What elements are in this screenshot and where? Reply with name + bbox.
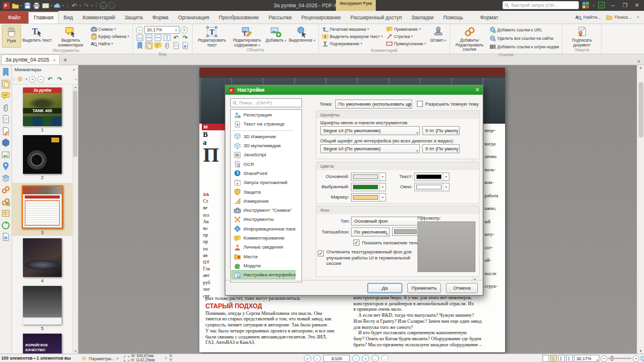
dark-theme-checkbox[interactable]	[417, 101, 423, 107]
tab-Защита[interactable]: Защита	[120, 11, 147, 24]
ribbon-button-Редактировать текст[interactable]: TРедактировать текст	[195, 25, 230, 47]
tab-Преобразование[interactable]: Преобразование	[214, 11, 263, 24]
single-page-layout-icon[interactable]	[543, 355, 549, 362]
pane-thumbnails-icon[interactable]	[145, 42, 153, 49]
ui-options-icon[interactable]	[582, 1, 590, 9]
ribbon-button-Выделить маркером текст[interactable]: TВыделить маркером текст▾	[322, 33, 383, 40]
ribbon-button-Добавить ссылки к штрих-кодам[interactable]: Добавить ссылки к штрих-кодам	[489, 43, 559, 50]
ribbon-button-Найти[interactable]: AНайти▾	[91, 40, 129, 47]
ribbon-button-Печатная машинка[interactable]: TПечатная машинка▾	[322, 25, 383, 33]
text-color-select[interactable]: ▾	[414, 173, 449, 181]
attachments-panel-icon[interactable]	[1, 103, 10, 112]
settings-category-Личные сведения[interactable]: Личные сведения	[231, 243, 295, 252]
mail-icon[interactable]	[42, 2, 50, 10]
fullscreen-icon[interactable]	[597, 1, 605, 9]
settings-category-SharePoint[interactable]: SSharePoint	[231, 169, 295, 178]
zoom-out-thumbnails-icon[interactable]: −	[37, 76, 44, 83]
ribbon-button-Добавить/Редактировать ссылки[interactable]: Добавить/Редактировать ссылки	[452, 25, 487, 52]
content-panel-icon[interactable]	[1, 150, 10, 159]
settings-category-Измерения[interactable]: Измерения	[231, 197, 295, 206]
page-thumbnail-2[interactable]: 2	[12, 135, 72, 180]
page-number-input[interactable]: 3/100	[323, 355, 350, 362]
collapse-panel-icon[interactable]: «	[75, 77, 77, 81]
ribbon-zoom-out-button[interactable]: −	[136, 27, 143, 34]
next-page-button[interactable]: ›	[352, 355, 359, 362]
close-panel-icon[interactable]: ×	[72, 67, 76, 72]
add-links-panel-icon[interactable]	[1, 197, 10, 206]
disk-icon[interactable]	[24, 2, 31, 10]
settings-category-Текст на странице[interactable]: TТекст на странице	[231, 119, 295, 129]
zoom-out-button[interactable]: −	[601, 355, 607, 362]
collapse-ribbon-icon[interactable]: ˄	[637, 15, 639, 19]
fit-actual-icon[interactable]: 1:1	[136, 34, 144, 42]
pane-comments-icon[interactable]	[154, 42, 162, 49]
ribbon-button-Стрелка[interactable]: Стрелка▾	[386, 33, 426, 40]
ribbon-button-Добавить[interactable]: Добавить ▾	[265, 25, 288, 47]
gear-icon[interactable]	[16, 75, 24, 83]
settings-category-Настройка интерфейса[interactable]: Настройка интерфейса	[231, 270, 295, 279]
ui-font-select[interactable]: Segoe UI (По умолчанию)▾	[320, 144, 420, 153]
two-page-layout-icon[interactable]	[558, 355, 565, 362]
links-panel-icon[interactable]	[1, 185, 10, 194]
settings-category-3D мультимедиа[interactable]: 3D мультимедиа	[231, 141, 295, 150]
ribbon-button-Снимок[interactable]: Снимок▾	[91, 25, 129, 33]
page-thumbnail-4[interactable]: 4	[12, 238, 72, 284]
ok-button[interactable]: Да	[367, 283, 402, 293]
ribbon-button-Выделить текст[interactable]: TВыделить текст	[21, 25, 53, 48]
tab-Расширенный доступ[interactable]: Расширенный доступ	[346, 11, 407, 24]
ribbon-button-Редактировать содержимое[interactable]: TРедактировать содержимое ▾	[230, 25, 265, 47]
document-tab[interactable]: За рулём_04-2025 ×	[1, 54, 60, 65]
form-panel-icon[interactable]	[1, 209, 10, 218]
fields-panel-icon[interactable]	[1, 115, 10, 124]
settings-category-Комментирование[interactable]: Комментирование	[231, 233, 295, 243]
rotate-cw-icon[interactable]: ↷	[181, 34, 189, 41]
thumbnails-panel-icon[interactable]	[1, 80, 10, 89]
zoom-slider-knob[interactable]	[611, 356, 613, 361]
last-page-button[interactable]: »	[362, 355, 369, 362]
bg-type-select[interactable]: Основный фон▾	[351, 217, 425, 226]
ui-font-size-select[interactable]: 9 пт (По умолч▾	[422, 144, 460, 153]
folder-icon[interactable]	[11, 2, 19, 10]
continuous-layout-icon[interactable]	[550, 355, 557, 362]
first-page-button[interactable]: «	[304, 355, 311, 362]
settings-category-Инструмент[interactable]: Инструмент "Снимок"	[231, 206, 295, 215]
parameters-button[interactable]: Параметры...▾	[81, 354, 118, 362]
apply-button[interactable]: Применить	[407, 283, 441, 293]
find-button[interactable]: AНайти...	[575, 14, 602, 21]
pdf-icon[interactable]: P	[2, 2, 10, 10]
bg-template-select[interactable]: По умолчанию▾	[351, 227, 390, 237]
settings-category-Регистрация[interactable]: Регистрация	[231, 110, 295, 119]
search-button[interactable]: Поиск...	[606, 14, 632, 21]
tab-Комментарий[interactable]: Комментарий	[78, 11, 120, 24]
window-color-select[interactable]: ▾	[414, 183, 449, 191]
comments-panel-icon[interactable]	[1, 91, 10, 100]
history-panel-icon[interactable]	[1, 221, 10, 230]
ribbon-button-Подчеркивание[interactable]: TПодчеркивание▾	[322, 40, 383, 47]
primary-color-select[interactable]: ▾	[351, 173, 386, 181]
layers-panel-icon[interactable]	[1, 174, 10, 183]
view-forward-button[interactable]: →	[381, 355, 388, 362]
settings-category-Защита[interactable]: Защита	[231, 187, 295, 196]
dialog-titlebar[interactable]: P Настройки ✕	[225, 85, 483, 95]
tab-Форма[interactable]: Форма	[147, 11, 173, 24]
page-thumbnail-3[interactable]: 3	[12, 183, 72, 236]
view-mode-icon[interactable]	[640, 355, 644, 362]
fit-width-icon[interactable]	[154, 34, 162, 42]
cancel-button[interactable]: Отмена	[446, 283, 478, 293]
ribbon-button-Рука[interactable]: Рука	[2, 25, 21, 48]
settings-category-Информационные панели[interactable]: iИнформационные панели	[231, 224, 295, 233]
zoom-in-button[interactable]: +	[633, 355, 639, 362]
marker-color-select[interactable]: ▾	[351, 193, 386, 202]
selected-color-select[interactable]: ▾	[351, 183, 386, 191]
ribbon-button-Выделенное[interactable]: Выделенное ▾	[288, 25, 317, 47]
ribbon-zoom-in-button[interactable]: +	[181, 27, 188, 34]
ribbon-button-Буфер обмена[interactable]: Буфер обмена▾	[91, 33, 129, 40]
ribbon-button-Выделить комментарии[interactable]: Выделить комментарии	[53, 25, 88, 48]
pane-attachments-icon[interactable]	[163, 42, 171, 49]
zoom-in-thumbnails-icon[interactable]: +	[29, 76, 36, 83]
tab-format[interactable]: Формат	[475, 11, 503, 24]
quick-launch-search[interactable]: Быстрый запуск (Ctrl...	[503, 1, 579, 9]
page-thumbnail-5[interactable]: 5	[12, 286, 72, 331]
fit-height-icon[interactable]	[163, 34, 171, 42]
settings-search-input[interactable]: Поиск... (Ctrl+F)	[230, 98, 302, 107]
